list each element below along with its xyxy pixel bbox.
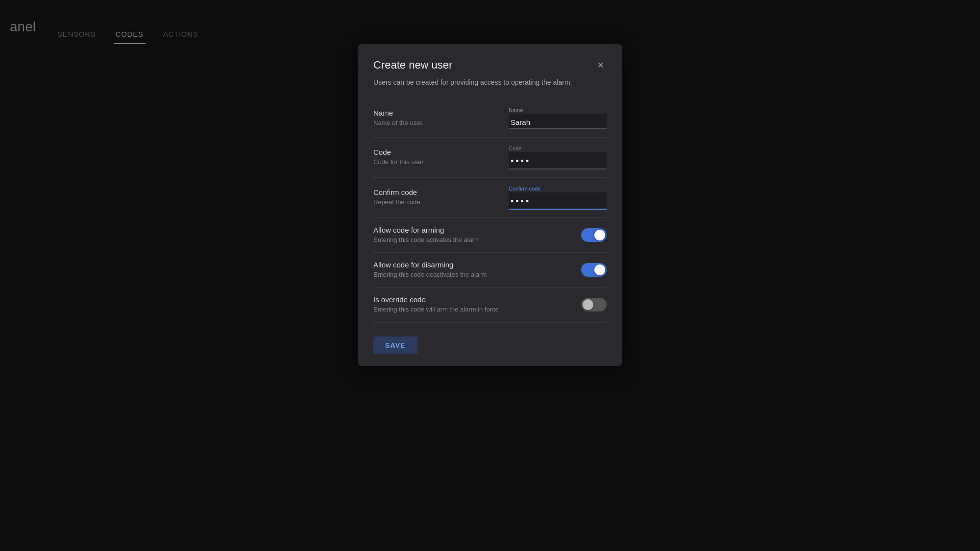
name-input[interactable] xyxy=(509,114,607,129)
name-field-label: Name xyxy=(373,109,499,117)
dialog-description: Users can be created for providing acces… xyxy=(373,77,607,88)
allow-arming-toggle[interactable] xyxy=(581,228,607,242)
create-user-dialog: Create new user × Users can be created f… xyxy=(358,44,622,366)
confirm-code-row: Confirm code Repeat the code. Confirm co… xyxy=(373,178,607,218)
confirm-code-input-wrapper: Confirm code xyxy=(509,186,607,210)
dialog-header: Create new user × xyxy=(373,58,607,72)
dialog-title: Create new user xyxy=(373,59,452,72)
name-input-wrapper: Name xyxy=(509,107,607,129)
override-code-label: Is override code xyxy=(373,295,571,304)
confirm-code-float-label: Confirm code xyxy=(509,186,607,192)
override-code-row: Is override code Entering this code will… xyxy=(373,287,607,322)
allow-disarming-info: Allow code for disarming Entering this c… xyxy=(373,261,571,279)
allow-arming-info: Allow code for arming Entering this code… xyxy=(373,226,571,244)
dialog-footer: SAVE xyxy=(373,331,607,354)
code-field-info: Code Code for this user. xyxy=(373,148,499,167)
name-field-info: Name Name of the user. xyxy=(373,109,499,127)
confirm-code-input[interactable] xyxy=(509,192,607,210)
modal-overlay: Create new user × Users can be created f… xyxy=(0,0,980,551)
override-code-desc: Entering this code will arm the alarm in… xyxy=(373,305,571,314)
code-input-wrapper: Code xyxy=(509,145,607,169)
allow-disarming-row: Allow code for disarming Entering this c… xyxy=(373,253,607,287)
allow-arming-label: Allow code for arming xyxy=(373,226,571,234)
confirm-code-field-desc: Repeat the code. xyxy=(373,198,499,207)
override-code-toggle[interactable] xyxy=(581,298,607,311)
allow-disarming-label: Allow code for disarming xyxy=(373,261,571,269)
allow-disarming-toggle[interactable] xyxy=(581,263,607,277)
override-code-info: Is override code Entering this code will… xyxy=(373,295,571,314)
name-float-label: Name xyxy=(509,107,607,113)
name-row: Name Name of the user. Name xyxy=(373,99,607,138)
code-input[interactable] xyxy=(509,152,607,169)
confirm-code-field-label: Confirm code xyxy=(373,188,499,196)
close-button[interactable]: × xyxy=(594,58,607,72)
name-field-desc: Name of the user. xyxy=(373,119,499,127)
code-field-desc: Code for this user. xyxy=(373,158,499,167)
confirm-code-field-info: Confirm code Repeat the code. xyxy=(373,188,499,207)
code-float-label: Code xyxy=(509,145,607,151)
allow-arming-desc: Entering this code activates the alarm xyxy=(373,236,571,244)
allow-disarming-desc: Entering this code deactivates the alarm xyxy=(373,270,571,279)
allow-arming-row: Allow code for arming Entering this code… xyxy=(373,218,607,253)
save-button[interactable]: SAVE xyxy=(373,336,417,354)
code-field-label: Code xyxy=(373,148,499,156)
code-row: Code Code for this user. Code xyxy=(373,138,607,178)
